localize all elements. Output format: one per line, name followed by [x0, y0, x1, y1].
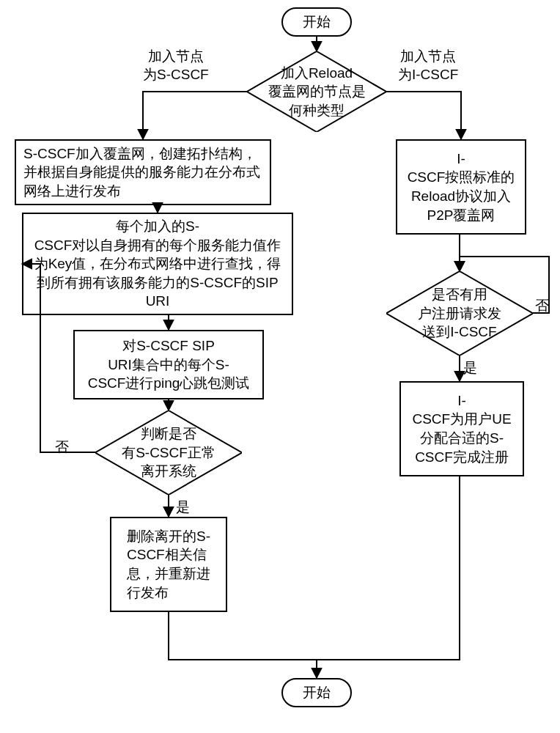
left-step-2: 每个加入的S- CSCF对以自身拥有的每个服务能力值作为Key值，在分布式网络中… [22, 213, 293, 315]
decision-node-type: 加入Reload 覆盖网的节点是 何种类型 [247, 51, 386, 132]
right-step-1: I- CSCF按照标准的 Reload协议加入 P2P覆盖网 [396, 139, 526, 235]
left-step-1: S-CSCF加入覆盖网，创建拓扑结构，并根据自身能提供的服务能力在分布式网络上进… [15, 139, 271, 205]
left-step-3-text: 对S-CSCF SIP URI集合中的每个S- CSCF进行ping心跳包测试 [88, 336, 250, 393]
decision-scscf-leave-text: 判断是否 有S-CSCF正常 离开系统 [116, 424, 221, 481]
end-label: 开始 [303, 683, 331, 702]
right-step-2: I- CSCF为用户UE 分配合适的S- CSCF完成注册 [399, 381, 524, 476]
decision-user-register-text: 是否有用 户注册请求发 送到I-CSCF [412, 285, 507, 342]
register-yes-label: 是 [463, 359, 477, 377]
branch-left-label: 加入节点 为S-CSCF [143, 48, 209, 84]
left-step-3: 对S-CSCF SIP URI集合中的每个S- CSCF进行ping心跳包测试 [73, 330, 264, 399]
right-step-2-text: I- CSCF为用户UE 分配合适的S- CSCF完成注册 [412, 391, 511, 467]
decision-scscf-leave: 判断是否 有S-CSCF正常 离开系统 [95, 410, 242, 495]
start-terminal: 开始 [281, 7, 352, 37]
decision-user-register: 是否有用 户注册请求发 送到I-CSCF [386, 271, 533, 356]
branch-right-label: 加入节点 为I-CSCF [398, 48, 458, 84]
register-no-label: 否 [535, 297, 549, 315]
right-step-1-text: I- CSCF按照标准的 Reload协议加入 P2P覆盖网 [408, 150, 515, 225]
left-step-2-text: 每个加入的S- CSCF对以自身拥有的每个服务能力值作为Key值，在分布式网络中… [31, 217, 284, 311]
left-step-4-text: 删除离开的S- CSCF相关信 息，并重新进 行发布 [127, 527, 210, 603]
left-step-1-text: S-CSCF加入覆盖网，创建拓扑结构，并根据自身能提供的服务能力在分布式网络上进… [23, 144, 262, 201]
left-step-4: 删除离开的S- CSCF相关信 息，并重新进 行发布 [110, 517, 227, 612]
start-label: 开始 [303, 12, 331, 32]
end-terminal: 开始 [281, 678, 352, 707]
decision-node-type-text: 加入Reload 覆盖网的节点是 何种类型 [262, 64, 372, 120]
leave-yes-label: 是 [176, 498, 190, 517]
leave-no-label: 否 [55, 438, 69, 457]
